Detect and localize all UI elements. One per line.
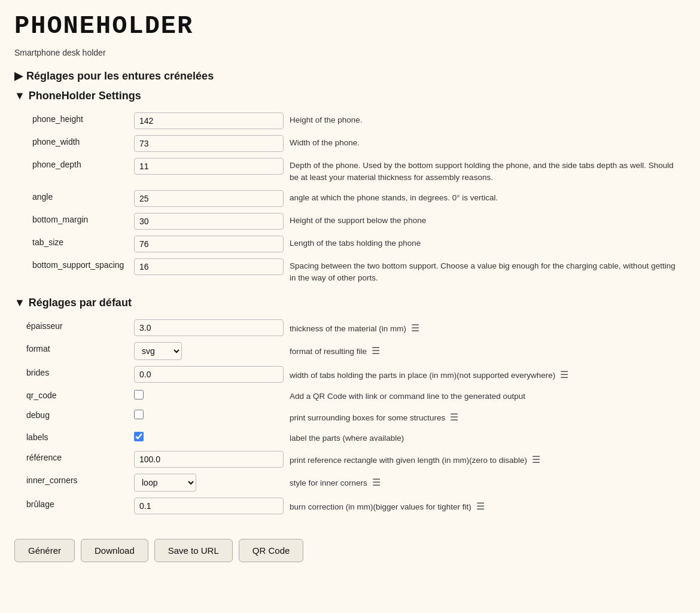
field-description: width of tabs holding the parts in place… (290, 363, 686, 386)
field-input-cell (134, 386, 290, 405)
defaults-arrow: ▼ (14, 297, 25, 309)
field-name: labels (14, 428, 134, 447)
table-row: épaisseurthickness of the material (in m… (14, 316, 686, 339)
field-description: Length of the tabs holding the phone (290, 233, 686, 255)
table-row: angleangle at which the phone stands, in… (14, 187, 686, 210)
table-row: formatsvgdxfpdfformat of resulting file … (14, 339, 686, 363)
menu-icon[interactable]: ☰ (372, 475, 381, 490)
field-select-format[interactable]: svgdxfpdf (134, 342, 182, 360)
table-row: référenceprint reference rectangle with … (14, 448, 686, 471)
field-input-cell (134, 187, 290, 210)
table-row: inner_cornersloopcorneroutsidestyle for … (14, 471, 686, 495)
defaults-section-label: Réglages par défaut (29, 297, 132, 309)
phoneholder-settings-table: phone_heightHeight of the phone.phone_wi… (14, 109, 686, 287)
field-name: bottom_support_spacing (14, 255, 134, 288)
field-name: brûlage (14, 495, 134, 517)
field-name: format (14, 339, 134, 363)
field-description: angle at which the phone stands, in degr… (290, 187, 686, 210)
collapsed-arrow: ▶ (14, 69, 23, 83)
field-name: phone_depth (14, 155, 134, 187)
field-input-cell (134, 109, 290, 132)
field-input-cell (134, 132, 290, 155)
field-name: phone_width (14, 132, 134, 155)
field-input-bottom_support_spacing[interactable] (134, 258, 284, 275)
menu-icon[interactable]: ☰ (476, 499, 485, 514)
field-description: Height of the phone. (290, 109, 686, 132)
field-description: Spacing between the two bottom support. … (290, 255, 686, 288)
field-name: angle (14, 187, 134, 210)
field-input-cell (134, 210, 290, 233)
field-input-phone_depth[interactable] (134, 158, 284, 175)
field-input-cell (134, 428, 290, 447)
table-row: qr_codeAdd a QR Code with link or comman… (14, 386, 686, 405)
menu-icon[interactable]: ☰ (532, 453, 540, 467)
field-description: format of resulting file ☰ (290, 339, 686, 363)
phoneholder-section-header[interactable]: ▼ PhoneHolder Settings (14, 90, 686, 102)
field-input-cell: loopcorneroutside (134, 471, 290, 495)
table-row: phone_depthDepth of the phone. Used by t… (14, 155, 686, 187)
menu-icon[interactable]: ☰ (372, 344, 380, 358)
field-input-cell (134, 448, 290, 471)
field-input-cell (134, 155, 290, 187)
defaults-section-header[interactable]: ▼ Réglages par défaut (14, 297, 686, 309)
app-title: PhoneHolder (14, 12, 686, 41)
field-input-cell (134, 495, 290, 517)
table-row: phone_heightHeight of the phone. (14, 109, 686, 132)
field-input-épaisseur[interactable] (134, 319, 284, 336)
table-row: brideswidth of tabs holding the parts in… (14, 363, 686, 386)
field-description: print reference rectangle with given len… (290, 448, 686, 471)
field-name: qr_code (14, 386, 134, 405)
field-input-cell (134, 316, 290, 339)
field-name: tab_size (14, 233, 134, 255)
field-name: bottom_margin (14, 210, 134, 233)
field-checkbox-labels[interactable] (134, 432, 144, 441)
download-button[interactable]: Download (81, 539, 148, 562)
field-input-bottom_margin[interactable] (134, 213, 284, 230)
field-description: Width of the phone. (290, 132, 686, 155)
field-description: Height of the support below the phone (290, 210, 686, 233)
field-checkbox-qr_code[interactable] (134, 390, 144, 399)
defaults-settings-table: épaisseurthickness of the material (in m… (14, 316, 686, 517)
app-subtitle: Smartphone desk holder (14, 48, 686, 57)
field-description: print surrounding boxes for some structu… (290, 405, 686, 428)
field-input-phone_width[interactable] (134, 135, 284, 152)
field-input-tab_size[interactable] (134, 236, 284, 252)
table-row: debugprint surrounding boxes for some st… (14, 405, 686, 428)
field-description: Add a QR Code with link or command line … (290, 386, 686, 405)
field-input-cell (134, 363, 290, 386)
field-name: debug (14, 405, 134, 428)
table-row: phone_widthWidth of the phone. (14, 132, 686, 155)
table-row: labelslabel the parts (where available) (14, 428, 686, 447)
save-to-url-button[interactable]: Save to URL (154, 539, 233, 562)
field-input-cell (134, 405, 290, 428)
generer-button[interactable]: Générer (14, 539, 75, 562)
collapsed-section-header[interactable]: ▶ Réglages pour les entures crénelées (14, 69, 686, 83)
phoneholder-arrow: ▼ (14, 90, 25, 102)
field-input-brûlage[interactable] (134, 498, 284, 514)
table-row: bottom_marginHeight of the support below… (14, 210, 686, 233)
field-input-cell (134, 255, 290, 288)
collapsed-section-label: Réglages pour les entures crénelées (26, 70, 214, 83)
field-name: référence (14, 448, 134, 471)
field-input-référence[interactable] (134, 451, 284, 468)
field-checkbox-debug[interactable] (134, 410, 144, 419)
field-name: phone_height (14, 109, 134, 132)
table-row: bottom_support_spacingSpacing between th… (14, 255, 686, 288)
menu-icon[interactable]: ☰ (450, 410, 458, 425)
table-row: tab_sizeLength of the tabs holding the p… (14, 233, 686, 255)
field-select-inner_corners[interactable]: loopcorneroutside (134, 474, 196, 492)
field-input-cell: svgdxfpdf (134, 339, 290, 363)
qr-code-button[interactable]: QR Code (239, 539, 304, 562)
field-input-phone_height[interactable] (134, 112, 284, 129)
field-input-angle[interactable] (134, 190, 284, 207)
table-row: brûlageburn correction (in mm)(bigger va… (14, 495, 686, 517)
field-description: style for inner corners ☰ (290, 471, 686, 495)
field-description: Depth of the phone. Used by the bottom s… (290, 155, 686, 187)
field-name: brides (14, 363, 134, 386)
phoneholder-section-label: PhoneHolder Settings (29, 90, 141, 102)
field-description: thickness of the material (in mm) ☰ (290, 316, 686, 339)
menu-icon[interactable]: ☰ (560, 368, 568, 382)
menu-icon[interactable]: ☰ (411, 321, 419, 336)
field-input-cell (134, 233, 290, 255)
field-input-brides[interactable] (134, 366, 284, 383)
